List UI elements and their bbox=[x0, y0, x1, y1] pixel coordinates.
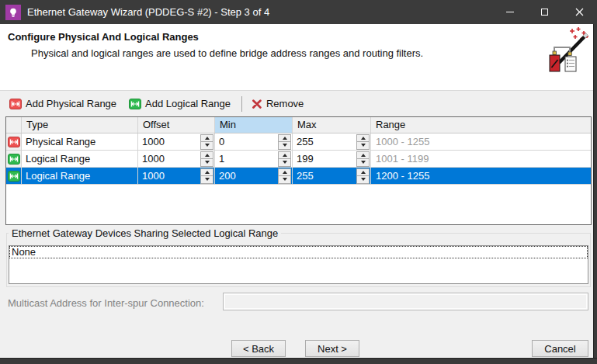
offset-spinner[interactable] bbox=[200, 151, 213, 167]
spin-up-button[interactable] bbox=[201, 135, 213, 143]
offset-value: 1000 bbox=[142, 136, 165, 147]
table-row-selected[interactable]: Logical Range 1000 200 255 bbox=[6, 168, 591, 185]
spin-up-button[interactable] bbox=[279, 152, 290, 160]
column-header-type[interactable]: Type bbox=[22, 117, 138, 133]
spin-up-button[interactable] bbox=[279, 135, 290, 143]
sharing-groupbox: Ethernet Gateway Devices Sharing Selecte… bbox=[6, 233, 591, 287]
max-spinner[interactable] bbox=[356, 134, 370, 150]
max-spinner[interactable] bbox=[356, 151, 370, 167]
spin-up-button[interactable] bbox=[357, 169, 369, 177]
type-cell: Logical Range bbox=[22, 151, 138, 167]
page-title: Configure Physical And Logical Ranges bbox=[8, 31, 199, 43]
offset-spinner[interactable] bbox=[200, 134, 213, 150]
cancel-button[interactable]: Cancel bbox=[532, 340, 588, 357]
minimize-icon bbox=[506, 12, 514, 12]
down-arrow-icon bbox=[283, 144, 287, 147]
min-spinner[interactable] bbox=[278, 168, 291, 184]
max-value: 255 bbox=[297, 136, 314, 147]
spin-down-button[interactable] bbox=[279, 142, 290, 149]
row-header-cell bbox=[6, 168, 22, 184]
min-cell[interactable]: 200 bbox=[215, 168, 293, 184]
down-arrow-icon bbox=[283, 178, 287, 181]
table-row[interactable]: Logical Range 1000 1 199 bbox=[6, 151, 591, 168]
offset-cell[interactable]: 1000 bbox=[138, 133, 215, 150]
corner-header-cell[interactable] bbox=[6, 117, 22, 133]
spin-down-button[interactable] bbox=[201, 176, 213, 183]
spin-down-button[interactable] bbox=[357, 142, 369, 149]
max-value: 255 bbox=[297, 170, 314, 182]
maximize-button[interactable] bbox=[527, 0, 562, 24]
max-spinner[interactable] bbox=[356, 168, 370, 184]
add-physical-range-button[interactable]: Add Physical Range bbox=[6, 95, 120, 112]
min-cell[interactable]: 0 bbox=[215, 133, 293, 150]
max-cell[interactable]: 255 bbox=[293, 133, 371, 150]
remove-label: Remove bbox=[266, 98, 304, 109]
down-arrow-icon bbox=[283, 161, 287, 164]
offset-value: 1000 bbox=[142, 170, 165, 182]
spin-up-button[interactable] bbox=[357, 152, 369, 160]
spin-down-button[interactable] bbox=[279, 176, 290, 183]
logical-range-icon bbox=[8, 171, 20, 182]
list-item[interactable]: None bbox=[9, 246, 588, 258]
toolbar: Add Physical Range Add Logical Range Rem… bbox=[0, 91, 593, 116]
window-frame-bottom bbox=[0, 358, 597, 364]
back-button[interactable]: < Back bbox=[231, 340, 286, 357]
offset-cell[interactable]: 1000 bbox=[138, 151, 215, 167]
page-subtitle: Physical and logical ranges are used to … bbox=[31, 47, 423, 59]
wizard-wand-icon bbox=[548, 26, 590, 77]
column-header-max[interactable]: Max bbox=[293, 117, 371, 133]
table-header-row: Type Offset Min Max Range bbox=[6, 117, 591, 133]
column-header-offset[interactable]: Offset bbox=[138, 117, 215, 133]
header-panel: Configure Physical And Logical Ranges Ph… bbox=[0, 24, 593, 91]
offset-spinner[interactable] bbox=[200, 168, 213, 184]
offset-cell[interactable]: 1000 bbox=[138, 168, 215, 184]
row-header-cell bbox=[6, 133, 22, 150]
add-logical-range-button[interactable]: Add Logical Range bbox=[126, 95, 234, 112]
up-arrow-icon bbox=[283, 154, 287, 157]
up-arrow-icon bbox=[361, 137, 366, 140]
min-value: 0 bbox=[219, 136, 224, 147]
min-cell[interactable]: 1 bbox=[215, 151, 293, 167]
min-value: 200 bbox=[219, 170, 236, 182]
spin-down-button[interactable] bbox=[357, 159, 369, 166]
close-icon bbox=[575, 8, 584, 16]
type-cell: Physical Range bbox=[22, 133, 138, 150]
close-button[interactable] bbox=[562, 0, 597, 24]
table-row[interactable]: Physical Range 1000 0 255 bbox=[6, 133, 591, 151]
max-cell[interactable]: 255 bbox=[293, 168, 371, 184]
spin-down-button[interactable] bbox=[279, 159, 290, 166]
spin-up-button[interactable] bbox=[279, 169, 290, 177]
up-arrow-icon bbox=[205, 154, 210, 157]
min-spinner[interactable] bbox=[278, 151, 291, 167]
max-value: 199 bbox=[297, 153, 314, 165]
spin-up-button[interactable] bbox=[201, 152, 213, 160]
max-cell[interactable]: 199 bbox=[293, 151, 371, 167]
remove-button[interactable]: Remove bbox=[248, 95, 307, 112]
offset-value: 1000 bbox=[142, 153, 165, 165]
up-arrow-icon bbox=[361, 154, 366, 157]
spin-up-button[interactable] bbox=[201, 169, 213, 177]
logical-range-icon bbox=[8, 154, 20, 165]
min-spinner[interactable] bbox=[278, 134, 291, 150]
column-header-min[interactable]: Min bbox=[215, 117, 293, 133]
spin-down-button[interactable] bbox=[201, 142, 213, 149]
caption-buttons bbox=[492, 0, 597, 24]
min-value: 1 bbox=[219, 153, 224, 165]
spin-down-button[interactable] bbox=[357, 176, 369, 183]
window-title: Ethernet Gateway Wizard (PDDEG-S #2) - S… bbox=[27, 6, 269, 18]
column-header-range[interactable]: Range bbox=[371, 117, 591, 133]
sharing-groupbox-title: Ethernet Gateway Devices Sharing Selecte… bbox=[9, 227, 281, 239]
multicast-label: Multicast Address for Inter-spur Connect… bbox=[8, 297, 204, 309]
type-cell: Logical Range bbox=[22, 168, 138, 184]
minimize-button[interactable] bbox=[492, 0, 527, 24]
down-arrow-icon bbox=[361, 178, 366, 181]
logical-range-icon bbox=[129, 99, 141, 109]
up-arrow-icon bbox=[283, 171, 287, 174]
physical-range-icon bbox=[8, 137, 20, 147]
spin-up-button[interactable] bbox=[357, 135, 369, 143]
down-arrow-icon bbox=[361, 144, 366, 147]
sharing-listbox[interactable]: None bbox=[9, 245, 588, 284]
next-button[interactable]: Next > bbox=[305, 340, 359, 357]
spin-down-button[interactable] bbox=[201, 159, 213, 166]
down-arrow-icon bbox=[205, 161, 210, 164]
